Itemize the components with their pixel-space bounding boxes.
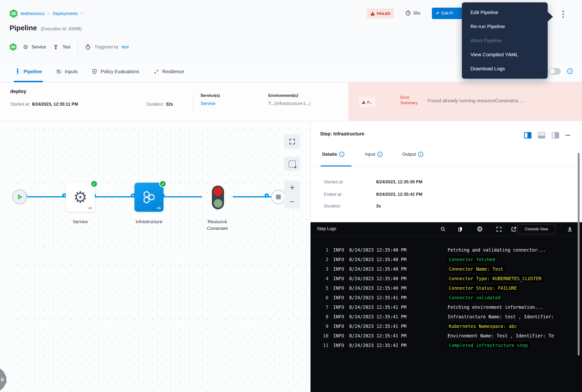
success-check-icon: [159, 180, 166, 188]
tab-resilience[interactable]: Resilience: [153, 61, 184, 82]
edge-connector-dot: [265, 194, 269, 198]
log-row: 3INFO8/24/2023 12:35:40 PMConnector Name…: [311, 264, 582, 274]
pipeline-canvas[interactable]: ⚙ Service Infrastructure Resource Constr…: [0, 121, 311, 392]
tab-policy-evaluations[interactable]: Policy Evaluations: [91, 61, 139, 82]
tab-inputs[interactable]: Inputs: [56, 61, 78, 82]
error-summary-block: F... Error Summary Found already running…: [348, 82, 582, 121]
node-infrastructure[interactable]: [134, 183, 163, 212]
tab-label: Input: [365, 152, 375, 157]
triggered-by-value[interactable]: test: [122, 44, 129, 50]
infrastructure-hexagons-icon: [141, 190, 157, 204]
tab-input[interactable]: Input: [365, 152, 383, 157]
log-row: 11INFO8/24/2023 12:35:42 PMCompleted inf…: [311, 340, 582, 350]
canvas-marquee-select-button[interactable]: [284, 157, 300, 171]
gear-icon: ⚙: [73, 189, 87, 205]
view-toggle[interactable]: [549, 68, 561, 75]
detail-field-duration: Duration: 3s: [324, 204, 381, 209]
canvas-fullscreen-button[interactable]: [284, 134, 300, 149]
menu-item-edit-pipeline[interactable]: Edit Pipeline: [462, 6, 548, 19]
pencil-icon: ✎: [436, 11, 439, 16]
zoom-out-button[interactable]: −: [284, 194, 300, 209]
log-row: 2INFO8/24/2023 12:35:40 PMConnector fetc…: [311, 255, 582, 264]
log-row: 1INFO8/24/2023 12:35:40 PMFetching and v…: [311, 245, 582, 255]
divider: [77, 39, 78, 55]
log-open-external-button[interactable]: [510, 225, 518, 233]
log-copy-button[interactable]: [456, 225, 464, 233]
minimize-panel-icon[interactable]: [566, 135, 570, 136]
field-label: Started at:: [324, 180, 376, 184]
zoom-in-button[interactable]: +: [284, 180, 300, 194]
stage-name: deploy: [10, 88, 26, 94]
gear-icon: ⚙: [23, 44, 28, 50]
more-options-kebab-icon[interactable]: [561, 9, 566, 20]
menu-item-download-logs[interactable]: Download Logs: [462, 62, 548, 75]
step-logs-console: Step Logs ⚙: [311, 222, 582, 392]
environments-value: T...(Infrastructure:t...): [268, 101, 310, 106]
status-badge-label: FAILED: [377, 12, 390, 16]
services-value-link[interactable]: Service: [200, 101, 220, 106]
node-label-resource-constraint: Resource Constraint: [197, 218, 237, 232]
started-label: Started at:: [10, 102, 30, 107]
end-node[interactable]: [271, 190, 286, 204]
external-link-icon: [511, 226, 517, 232]
tab-label: Resilience: [162, 69, 184, 74]
log-download-button[interactable]: [566, 225, 574, 233]
layout-right-split-active-icon[interactable]: [524, 132, 532, 138]
log-row: 4INFO8/24/2023 12:35:40 PMConnector Type…: [311, 274, 582, 283]
log-output[interactable]: 1INFO8/24/2023 12:35:40 PMFetching and v…: [311, 236, 582, 392]
tab-pipeline[interactable]: Pipeline: [15, 61, 42, 82]
log-row: 10INFO8/24/2023 12:35:41 PMEnvironment N…: [311, 331, 582, 340]
tab-label: Details: [322, 152, 337, 157]
breadcrumb-separator: >: [47, 11, 50, 16]
node-label-infrastructure: Infrastructure: [129, 218, 169, 225]
breadcrumb: testfrancisco > Deployments >: [9, 9, 83, 18]
info-icon[interactable]: [377, 152, 383, 157]
stopwatch-icon: [85, 44, 91, 50]
log-row: 7INFO8/24/2023 12:35:41 PMFetching envir…: [311, 302, 582, 312]
node-service[interactable]: ⚙: [66, 183, 95, 212]
breadcrumb-project[interactable]: testfrancisco: [20, 11, 44, 16]
start-node[interactable]: [12, 190, 27, 204]
divider: [311, 166, 582, 167]
log-row: 5INFO8/24/2023 12:35:40 PMConnector Stat…: [311, 283, 582, 293]
canvas-zoom-controls: + −: [284, 180, 300, 209]
services-block: Service(s) Service: [200, 93, 220, 106]
red-light-icon: [214, 187, 223, 196]
error-status-badge: F...: [359, 97, 375, 107]
info-icon[interactable]: [339, 152, 344, 157]
tab-label: Policy Evaluations: [100, 69, 139, 74]
log-search-button[interactable]: [439, 225, 447, 233]
info-icon[interactable]: [567, 68, 573, 74]
environment-link[interactable]: T...: [268, 101, 274, 106]
clock-icon: [405, 10, 411, 16]
tab-output[interactable]: Output: [402, 152, 423, 157]
node-resource-constraint[interactable]: [212, 186, 224, 209]
log-row: 6INFO8/24/2023 12:35:41 PMConnector vali…: [311, 293, 582, 302]
log-fullscreen-button[interactable]: [495, 225, 503, 233]
vertical-scrollbar[interactable]: [578, 153, 580, 356]
menu-item-rerun-pipeline[interactable]: Re-run Pipeline: [462, 20, 548, 33]
warning-icon: [362, 100, 366, 104]
breadcrumb-deployments[interactable]: Deployments: [53, 11, 78, 16]
info-icon[interactable]: [418, 152, 423, 157]
layout-right-panel-icon[interactable]: [552, 132, 559, 138]
play-icon: [18, 194, 23, 200]
menu-item-view-compiled-yaml[interactable]: View Compiled YAML: [462, 48, 548, 61]
chevron-right-icon: [1, 377, 4, 382]
breadcrumb-separator: >: [80, 11, 83, 16]
environment-infra-link[interactable]: t...: [304, 101, 309, 106]
stop-icon: [276, 194, 281, 199]
search-icon: [440, 226, 446, 232]
console-view-button[interactable]: Console View: [518, 224, 555, 234]
layout-bottom-split-icon[interactable]: [538, 132, 545, 138]
log-settings-button[interactable]: ⚙: [476, 225, 484, 233]
services-label: Service(s): [200, 93, 220, 98]
tab-details[interactable]: Details: [322, 152, 344, 157]
copy-icon: [457, 226, 464, 232]
meta-test-label: Test: [62, 44, 70, 50]
fullscreen-icon: [289, 138, 296, 145]
resilience-icon: [153, 69, 159, 75]
field-value: 8/24/2023, 12:35:39 PM: [376, 180, 422, 184]
step-panel-title: Step: Infrastructure: [320, 131, 364, 137]
detail-field-started: Started at: 8/24/2023, 12:35:39 PM: [324, 180, 422, 184]
